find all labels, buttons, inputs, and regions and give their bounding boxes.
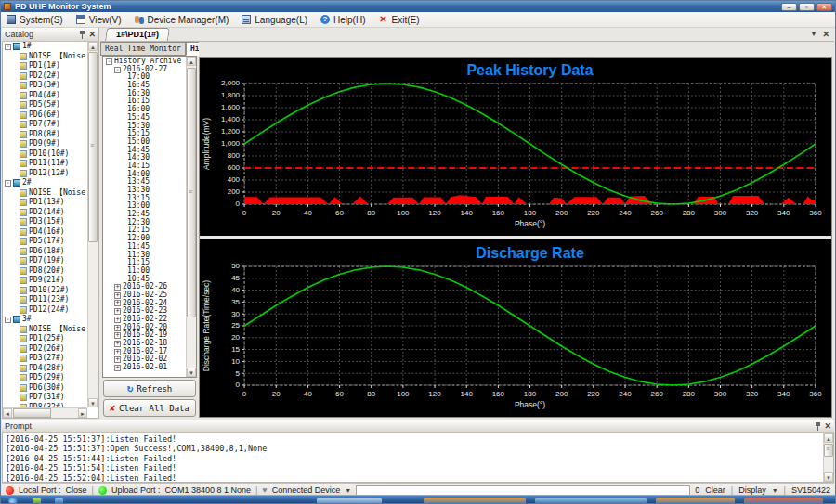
catalog-sensor-item[interactable]: PD7(19#)	[3, 256, 87, 266]
catalog-sensor-item[interactable]: PD5(29#)	[3, 373, 87, 383]
collapse-icon[interactable]: -	[114, 67, 121, 73]
refresh-button[interactable]: ↻ Refresh	[103, 380, 196, 397]
catalog-sensor-item[interactable]: PD2(14#)	[3, 208, 87, 218]
catalog-sensor-item[interactable]: PD8(20#)	[3, 266, 87, 277]
scroll-up-icon[interactable]: ▲	[88, 42, 98, 51]
collapse-icon[interactable]: -	[106, 58, 112, 65]
catalog-sensor-item[interactable]: PD3(3#)	[3, 81, 87, 91]
scroll-up-icon[interactable]: ▲	[187, 57, 196, 66]
catalog-sensor-item[interactable]: PD6(6#)	[3, 110, 87, 121]
display-dropdown-icon[interactable]: ▼	[772, 487, 778, 494]
taskbar-window-button[interactable]	[656, 498, 735, 503]
catalog-sensor-item[interactable]: PD9(21#)	[3, 276, 87, 286]
clear-all-data-button[interactable]: ✘ Clear All Data	[103, 399, 196, 417]
expand-icon[interactable]: +	[114, 325, 121, 331]
connected-device-label[interactable]: Connected Device	[272, 485, 341, 495]
catalog-sensor-item[interactable]: PD1(13#)	[3, 198, 87, 208]
catalog-sensor-item[interactable]: PD10(10#)	[3, 149, 87, 160]
catalog-sensor-item[interactable]: PD12(24#)	[3, 305, 87, 316]
catalog-group[interactable]: -2#	[3, 178, 87, 188]
catalog-sensor-item[interactable]: PD4(28#)	[3, 364, 87, 374]
display-button[interactable]: Display	[738, 485, 766, 495]
tab-real-time-monitor[interactable]: Real Time Monitor	[100, 42, 186, 56]
connected-device-dropdown-icon[interactable]: ▼	[345, 487, 351, 494]
collapse-icon[interactable]: -	[5, 44, 11, 50]
catalog-sensor-item[interactable]: PD3(15#)	[3, 217, 87, 227]
catalog-sensor-item[interactable]: NOISE 【Noise C	[3, 188, 87, 199]
collapse-icon[interactable]: -	[5, 317, 11, 323]
catalog-sensor-item[interactable]: PD5(17#)	[3, 237, 87, 247]
catalog-group[interactable]: -1#	[3, 42, 87, 52]
expand-icon[interactable]: +	[114, 300, 121, 306]
history-date[interactable]: +2016-02-01	[105, 364, 187, 372]
catalog-sensor-item[interactable]: PD2(2#)	[3, 71, 87, 82]
scroll-left-icon[interactable]: ◄	[3, 408, 12, 418]
history-vscrollbar[interactable]: ▲ ▼	[186, 57, 196, 377]
start-orb-icon[interactable]	[8, 498, 18, 503]
expand-icon[interactable]: +	[114, 317, 121, 323]
expand-icon[interactable]: +	[114, 308, 121, 315]
pin-icon[interactable]	[79, 31, 85, 39]
catalog-sensor-item[interactable]: PD12(12#)	[3, 169, 87, 179]
scroll-thumb[interactable]	[824, 444, 833, 457]
taskbar[interactable]	[1, 495, 835, 503]
catalog-sensor-item[interactable]: PD6(18#)	[3, 247, 87, 257]
catalog-sensor-item[interactable]: PD4(16#)	[3, 227, 87, 238]
catalog-sensor-item[interactable]: PD1(25#)	[3, 334, 87, 344]
status-input[interactable]	[356, 485, 690, 496]
menu-view[interactable]: View(V)	[76, 15, 122, 25]
close-panel-icon[interactable]: ✕	[88, 31, 96, 39]
expand-icon[interactable]: +	[114, 292, 121, 299]
taskbar-window-button[interactable]	[744, 498, 823, 503]
taskbar-icon[interactable]	[55, 498, 63, 503]
prompt-vscrollbar[interactable]: ▲ ▼	[823, 433, 833, 482]
scroll-thumb[interactable]	[13, 408, 51, 418]
taskbar-icon[interactable]	[33, 498, 41, 503]
minimize-button[interactable]: –	[781, 3, 797, 11]
expand-icon[interactable]: +	[114, 341, 121, 347]
catalog-sensor-item[interactable]: PD2(26#)	[3, 344, 87, 355]
expand-icon[interactable]: +	[114, 284, 121, 291]
taskbar-window-button[interactable]	[535, 498, 647, 503]
taskbar-window-button[interactable]	[424, 498, 526, 503]
clear-log-button[interactable]: Clear	[705, 485, 725, 495]
close-panel-icon[interactable]: ✕	[824, 422, 831, 431]
scroll-right-icon[interactable]: ►	[78, 408, 87, 418]
catalog-sensor-item[interactable]: PD7(7#)	[3, 120, 87, 130]
catalog-sensor-item[interactable]: PD4(4#)	[3, 91, 87, 101]
close-button[interactable]: ✕	[816, 3, 832, 11]
catalog-sensor-item[interactable]: NOISE 【Noise C	[3, 325, 87, 335]
scroll-thumb[interactable]	[187, 68, 196, 317]
catalog-sensor-item[interactable]: PD1(1#)	[3, 61, 87, 71]
expand-icon[interactable]: +	[114, 356, 121, 363]
catalog-sensor-item[interactable]: PD6(30#)	[3, 383, 87, 394]
menu-exit[interactable]: ✕Exit(E)	[378, 15, 419, 25]
collapse-icon[interactable]: -	[5, 180, 11, 187]
menu-system[interactable]: System(S)	[7, 15, 63, 25]
expand-icon[interactable]: +	[114, 349, 121, 355]
catalog-sensor-item[interactable]: PD9(9#)	[3, 139, 87, 149]
menu-device-manager[interactable]: Device Manager(M)	[135, 15, 229, 25]
catalog-sensor-item[interactable]: NOISE 【Noise C	[3, 52, 87, 62]
maximize-button[interactable]: ▫	[799, 3, 815, 11]
scroll-up-icon[interactable]: ▲	[824, 433, 833, 443]
scroll-down-icon[interactable]: ▼	[824, 472, 833, 482]
catalog-sensor-item[interactable]: PD11(23#)	[3, 295, 87, 305]
catalog-hscrollbar[interactable]: ◄ ►	[3, 407, 87, 418]
catalog-group[interactable]: -3#	[3, 315, 87, 325]
pin-icon[interactable]	[815, 422, 821, 431]
catalog-vscrollbar[interactable]: ▲ ▼	[87, 42, 98, 407]
expand-icon[interactable]: +	[114, 332, 121, 339]
expand-icon[interactable]: +	[114, 365, 121, 371]
catalog-sensor-item[interactable]: PD3(27#)	[3, 354, 87, 364]
tab-list-dropdown-icon[interactable]: ▼	[811, 31, 817, 39]
catalog-sensor-item[interactable]: PD5(5#)	[3, 100, 87, 110]
scroll-thumb[interactable]	[88, 52, 98, 242]
catalog-sensor-item[interactable]: PD8(8#)	[3, 130, 87, 140]
close-tab-icon[interactable]: ✕	[822, 31, 829, 39]
catalog-sensor-item[interactable]: PD7(31#)	[3, 393, 87, 403]
taskbar-window-button[interactable]	[317, 498, 382, 503]
scroll-down-icon[interactable]: ▼	[187, 368, 196, 377]
menu-help[interactable]: ?Help(H)	[320, 15, 365, 25]
scroll-down-icon[interactable]: ▼	[88, 398, 98, 407]
